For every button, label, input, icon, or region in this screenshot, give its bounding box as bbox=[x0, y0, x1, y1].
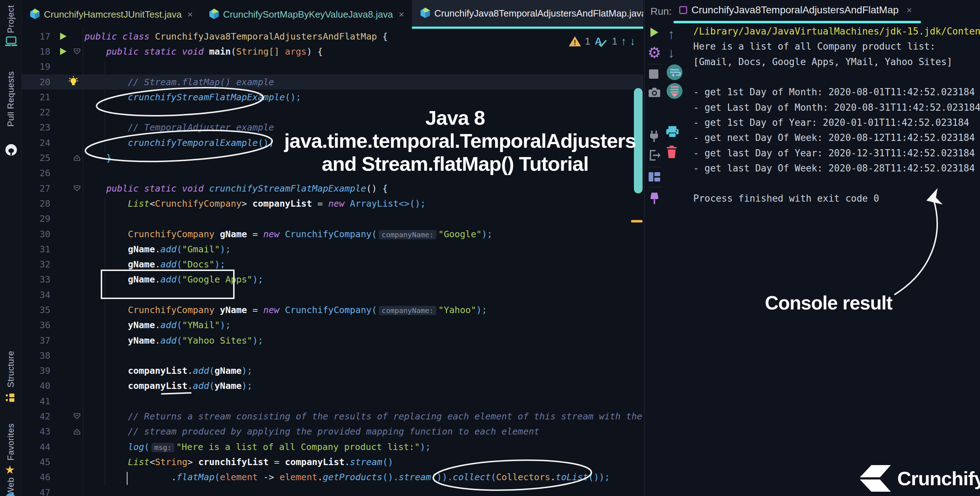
run-line-icon[interactable] bbox=[58, 47, 68, 57]
code-line[interactable]: 39 companyList.add(gName); bbox=[22, 363, 643, 379]
sidebar-item-web[interactable]: Web bbox=[0, 477, 22, 495]
prev-issue-icon[interactable]: ↑ bbox=[621, 35, 626, 48]
run-header: Run: CrunchifyJava8TemporalAdjustersAndF… bbox=[645, 0, 980, 24]
code-editor[interactable]: 17public class CrunchifyJava8TemporalAdj… bbox=[22, 29, 643, 496]
fold-icon[interactable] bbox=[73, 427, 81, 437]
export-button[interactable] bbox=[648, 149, 661, 162]
trash-icon bbox=[665, 145, 678, 158]
soft-wrap-icon bbox=[666, 64, 683, 81]
fold-icon[interactable] bbox=[73, 47, 81, 57]
line-number: 39 bbox=[22, 366, 50, 376]
code-line[interactable]: 38 bbox=[22, 348, 643, 363]
screenshot-button[interactable] bbox=[648, 87, 660, 98]
code-line[interactable]: 47 bbox=[22, 485, 643, 496]
line-number: 38 bbox=[22, 350, 50, 361]
pin-button[interactable] bbox=[649, 192, 660, 205]
editor-tab-bar: CrunchifyHamcrestJUnitTest.java×Crunchif… bbox=[22, 0, 643, 29]
print-button[interactable] bbox=[665, 126, 679, 138]
code-line[interactable]: 17public class CrunchifyJava8TemporalAdj… bbox=[22, 29, 643, 44]
line-number: 46 bbox=[22, 472, 50, 482]
sidebar-item-project[interactable]: Project bbox=[0, 5, 22, 33]
tab-label: CrunchifyJava8TemporalAdjustersAndFlatMa… bbox=[434, 8, 643, 19]
code-line[interactable]: 46 .flatMap(element -> element.getProduc… bbox=[22, 470, 643, 485]
gutter bbox=[50, 44, 84, 59]
intention-bulb-icon[interactable] bbox=[68, 76, 79, 89]
code-line[interactable]: 29 bbox=[22, 211, 643, 227]
console-line: Here is a list of all Company product li… bbox=[693, 39, 980, 54]
code-line[interactable]: 45 List<String> crunchifyList = companyL… bbox=[22, 454, 643, 469]
run-tab[interactable]: CrunchifyJava8TemporalAdjustersAndFlatMa… bbox=[679, 4, 912, 16]
gutter bbox=[50, 59, 84, 74]
console-line: - get next Day Of Week: 2020-08-12T11:42… bbox=[693, 130, 980, 145]
line-number: 36 bbox=[22, 320, 50, 330]
next-issue-icon[interactable]: ↓ bbox=[630, 35, 635, 48]
line-number: 21 bbox=[22, 92, 50, 103]
warning-count: 1 bbox=[585, 36, 590, 47]
up-stack-button[interactable]: ↑ bbox=[668, 27, 675, 41]
code-line[interactable]: 41 bbox=[22, 393, 643, 409]
code-text: yName.add("Yahoo Sites"); bbox=[84, 335, 263, 346]
github-icon[interactable] bbox=[4, 143, 18, 158]
clear-console-button[interactable] bbox=[665, 145, 678, 158]
inspection-widget[interactable]: 1 A 1 ↑ ↓ bbox=[568, 35, 635, 48]
gutter bbox=[50, 470, 84, 485]
star-icon[interactable]: ★ bbox=[5, 463, 15, 477]
line-number: 42 bbox=[22, 411, 50, 422]
laptop-icon[interactable] bbox=[4, 36, 18, 49]
line-number: 19 bbox=[22, 62, 50, 72]
sidebar-item-pull-requests[interactable]: Pull Requests bbox=[0, 71, 22, 127]
code-text: CrunchifyCompany gName = new CrunchifyCo… bbox=[84, 229, 493, 239]
rerun-button[interactable] bbox=[648, 27, 660, 38]
code-line[interactable]: 18 public static void main(String[] args… bbox=[22, 44, 643, 59]
code-line[interactable]: 36 yName.add("YMail"); bbox=[22, 318, 643, 333]
structure-icon[interactable] bbox=[5, 393, 16, 404]
down-stack-button[interactable]: ↓ bbox=[668, 46, 675, 60]
code-line[interactable]: 27 public static void crunchifyStreamFla… bbox=[22, 181, 643, 196]
close-icon[interactable]: × bbox=[188, 9, 193, 20]
soft-wrap-button[interactable] bbox=[666, 64, 683, 81]
code-line[interactable]: 20 // Stream.flatMap() example bbox=[22, 74, 643, 89]
console-output[interactable]: /Library/Java/JavaVirtualMachines/jdk-15… bbox=[693, 24, 980, 496]
sidebar-item-structure[interactable]: Structure bbox=[0, 351, 22, 387]
stop-button[interactable] bbox=[649, 70, 659, 79]
export-icon bbox=[648, 149, 661, 162]
code-line[interactable]: 32 gName.add("Docs"); bbox=[22, 257, 643, 272]
sidebar-item-favorites[interactable]: Favorites bbox=[0, 423, 22, 460]
attach-debugger-button[interactable] bbox=[648, 130, 660, 142]
close-icon[interactable]: × bbox=[907, 5, 912, 16]
gutter bbox=[50, 74, 84, 89]
code-line[interactable]: 35 CrunchifyCompany yName = new Crunchif… bbox=[22, 302, 643, 317]
code-line[interactable]: 19 bbox=[22, 59, 643, 74]
code-line[interactable]: 37 yName.add("Yahoo Sites"); bbox=[22, 333, 643, 348]
editor-tab[interactable]: CrunchifySortMapByKeyValueJava8.java× bbox=[201, 0, 412, 29]
settings-button[interactable]: ⚙ bbox=[648, 45, 661, 60]
gutter bbox=[50, 241, 84, 257]
code-line[interactable]: 28 List<CrunchifyCompany> companyList = … bbox=[22, 196, 643, 211]
close-icon[interactable]: × bbox=[399, 9, 404, 20]
code-line[interactable]: 44 log(msg:"Here is a list of all Compan… bbox=[22, 439, 643, 454]
toolbar-divider bbox=[648, 64, 662, 64]
run-line-icon[interactable] bbox=[58, 32, 68, 43]
editor-tab[interactable]: CrunchifyHamcrestJUnitTest.java× bbox=[22, 0, 201, 29]
code-line[interactable]: 33 gName.add("Google Apps"); bbox=[22, 272, 643, 287]
code-line[interactable]: 31 gName.add("Gmail"); bbox=[22, 241, 643, 257]
layout-button[interactable] bbox=[648, 172, 660, 182]
editor-tab[interactable]: CrunchifyJava8TemporalAdjustersAndFlatMa… bbox=[412, 0, 643, 29]
code-line[interactable]: 42 // Returns a stream consisting of the… bbox=[22, 409, 643, 424]
fold-icon[interactable] bbox=[73, 184, 81, 194]
line-number: 24 bbox=[22, 138, 50, 148]
scroll-to-end-button[interactable] bbox=[666, 83, 683, 99]
fold-icon[interactable] bbox=[73, 154, 81, 163]
code-line[interactable]: 30 CrunchifyCompany gName = new Crunchif… bbox=[22, 227, 643, 241]
code-line[interactable]: 43 // stream produced by applying the pr… bbox=[22, 424, 643, 439]
fold-icon[interactable] bbox=[73, 412, 81, 422]
sidebar-item-label: Project bbox=[6, 5, 16, 33]
gutter bbox=[50, 196, 84, 211]
code-line[interactable]: 21 crunchifyStreamFlatMapExample(); bbox=[22, 89, 643, 105]
line-number: 41 bbox=[22, 396, 50, 407]
crunchify-logo: Crunchify bbox=[859, 464, 980, 493]
sidebar-item-label: Web bbox=[6, 477, 16, 495]
line-number: 18 bbox=[22, 46, 50, 57]
code-line[interactable]: 34 bbox=[22, 287, 643, 302]
code-line[interactable]: 40 companyList.add(yName); bbox=[22, 379, 643, 393]
